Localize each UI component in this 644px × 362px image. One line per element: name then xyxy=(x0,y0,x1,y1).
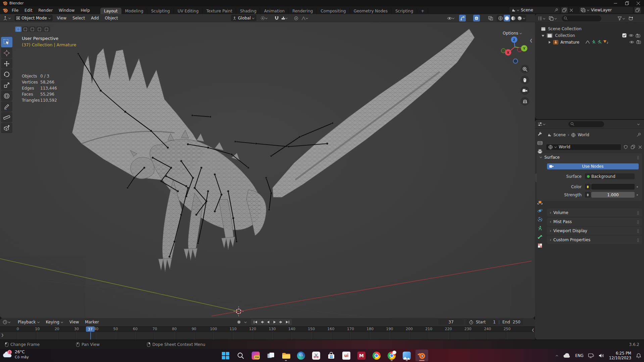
playhead-line[interactable] xyxy=(90,332,91,340)
timeline-menu-view[interactable]: View xyxy=(66,320,82,324)
unlink-datablock-button[interactable] xyxy=(637,144,643,150)
scene-selector[interactable]: Scene xyxy=(509,7,560,13)
current-frame-field[interactable]: 37 xyxy=(438,319,464,325)
tray-clock[interactable]: 6:25 PM 12/10/2023 xyxy=(609,351,631,360)
surface-panel-header[interactable]: Surface ⣿ xyxy=(537,153,642,161)
add-workspace-button[interactable]: + xyxy=(417,8,428,14)
auto-keying-button[interactable] xyxy=(235,319,243,325)
shading-material-button[interactable] xyxy=(510,15,516,21)
strength-value-field[interactable]: 1.000 xyxy=(591,192,635,198)
tool-add-cube[interactable] xyxy=(1,123,12,133)
eye-icon[interactable] xyxy=(629,34,634,37)
outliner-filter-button[interactable] xyxy=(617,15,626,22)
tab-texture-paint[interactable]: Texture Paint xyxy=(203,8,236,14)
checkbox-icon[interactable] xyxy=(622,33,627,38)
editor-type-button[interactable] xyxy=(2,15,12,21)
pivot-point-button[interactable] xyxy=(260,15,268,21)
shading-wireframe-button[interactable] xyxy=(497,15,504,21)
volume-icon[interactable] xyxy=(599,349,604,362)
properties-editor-type-button[interactable] xyxy=(537,121,546,127)
tool-cursor[interactable] xyxy=(1,48,12,58)
menu-edit[interactable]: Edit xyxy=(21,6,35,14)
start-value[interactable]: 1 xyxy=(493,320,496,324)
proportional-editing-button[interactable] xyxy=(293,15,299,21)
animate-color-dot[interactable] xyxy=(637,186,638,188)
playhead-label[interactable]: 37 xyxy=(86,326,95,332)
timeline-menu-marker[interactable]: Marker xyxy=(82,320,102,324)
transport-jump-start[interactable] xyxy=(252,319,259,325)
animate-strength-dot[interactable] xyxy=(637,194,638,196)
taskbar-app-start[interactable] xyxy=(219,350,232,361)
viewport-menu-select[interactable]: Select xyxy=(69,16,88,20)
view-layer-copy-button[interactable] xyxy=(634,7,641,13)
zoom-view-button[interactable] xyxy=(521,65,529,73)
taskbar-app-chrome-alt[interactable] xyxy=(385,350,398,361)
taskbar-app-edge[interactable] xyxy=(295,350,307,361)
timeline-collapse-arrow[interactable]: ❮ xyxy=(532,328,534,332)
menu-render[interactable]: Render xyxy=(35,6,56,14)
panel-custom-properties[interactable]: ›Custom Properties⣿ xyxy=(547,236,642,244)
xray-toggle[interactable] xyxy=(487,15,494,21)
tool-annotate[interactable] xyxy=(1,101,12,112)
menu-file[interactable]: File xyxy=(9,6,21,14)
taskbar-app-search[interactable] xyxy=(234,350,247,361)
menu-window[interactable]: Window xyxy=(56,6,78,14)
outliner-row-collection[interactable]: Collection xyxy=(542,32,575,39)
select-mode-subtract[interactable] xyxy=(29,27,36,32)
tool-rotate[interactable] xyxy=(1,69,12,80)
fake-user-button[interactable] xyxy=(622,144,629,150)
show-overlays-toggle[interactable] xyxy=(473,15,480,21)
transport-next-keyframe[interactable] xyxy=(278,319,284,325)
breadcrumb-scene[interactable]: Scene xyxy=(553,133,566,137)
properties-search-input[interactable] xyxy=(568,121,604,127)
snap-toggle-button[interactable] xyxy=(274,15,280,21)
tool-measure[interactable] xyxy=(1,112,12,122)
taskbar-app-store[interactable] xyxy=(325,350,338,361)
taskbar-app-task-view[interactable] xyxy=(264,350,277,361)
shading-solid-button[interactable] xyxy=(504,15,510,21)
snap-settings-button[interactable] xyxy=(281,15,289,21)
visibility-dropdown[interactable] xyxy=(446,15,455,21)
select-mode-invert[interactable] xyxy=(36,27,43,32)
camera-restrict-icon[interactable] xyxy=(636,34,640,38)
outliner-search-input[interactable] xyxy=(562,15,601,21)
color-swatch-field[interactable] xyxy=(591,184,635,190)
scene-unlink-button[interactable] xyxy=(568,7,574,13)
onedrive-icon[interactable] xyxy=(563,349,571,362)
viewport-menu-object[interactable]: Object xyxy=(102,16,121,20)
tray-language[interactable]: ENG xyxy=(575,353,584,358)
panel-viewport-display[interactable]: ›Viewport Display⣿ xyxy=(547,227,642,235)
color-socket-button[interactable] xyxy=(585,184,591,190)
transport-play-reverse[interactable] xyxy=(265,319,271,325)
network-icon[interactable] xyxy=(588,349,594,362)
taskbar-app-unikey[interactable]: ui xyxy=(340,350,353,361)
scene-copy-button[interactable] xyxy=(561,7,568,13)
properties-tab-render[interactable] xyxy=(535,139,545,147)
pan-view-button[interactable] xyxy=(521,75,529,84)
timeline-menu-playback[interactable]: Playback xyxy=(15,320,43,324)
weather-widget[interactable]: 1 26°C Có mây xyxy=(2,350,29,360)
surface-value-button[interactable]: Background xyxy=(585,173,635,179)
camera-view-button[interactable] xyxy=(521,86,529,95)
zoom-gizmo-dot[interactable] xyxy=(513,59,518,63)
taskbar-app-blender[interactable] xyxy=(415,350,428,361)
tab-rendering[interactable]: Rendering xyxy=(289,8,317,14)
auto-keying-dropdown[interactable] xyxy=(243,319,248,325)
camera-restrict-icon[interactable] xyxy=(636,40,641,44)
select-mode-set[interactable] xyxy=(15,27,21,32)
transport-play[interactable] xyxy=(271,319,278,325)
timeline-editor-type-button[interactable] xyxy=(2,319,11,325)
end-value[interactable]: 250 xyxy=(513,320,521,324)
panel-mist-pass[interactable]: ›Mist Pass⣿ xyxy=(547,218,642,226)
collapse-triangle-icon[interactable] xyxy=(548,41,551,44)
tool-move[interactable] xyxy=(1,58,12,69)
viewport-menu-add[interactable]: Add xyxy=(88,16,102,20)
notification-bell-icon[interactable] xyxy=(636,349,641,362)
tool-scale[interactable] xyxy=(1,80,12,90)
mode-selector[interactable]: Object Mode xyxy=(14,15,53,21)
tab-layout[interactable]: Layout xyxy=(100,8,121,14)
close-button[interactable] xyxy=(633,0,644,6)
strength-socket-button[interactable] xyxy=(585,192,591,198)
menu-help[interactable]: Help xyxy=(78,6,93,14)
tool-transform[interactable] xyxy=(1,91,12,101)
